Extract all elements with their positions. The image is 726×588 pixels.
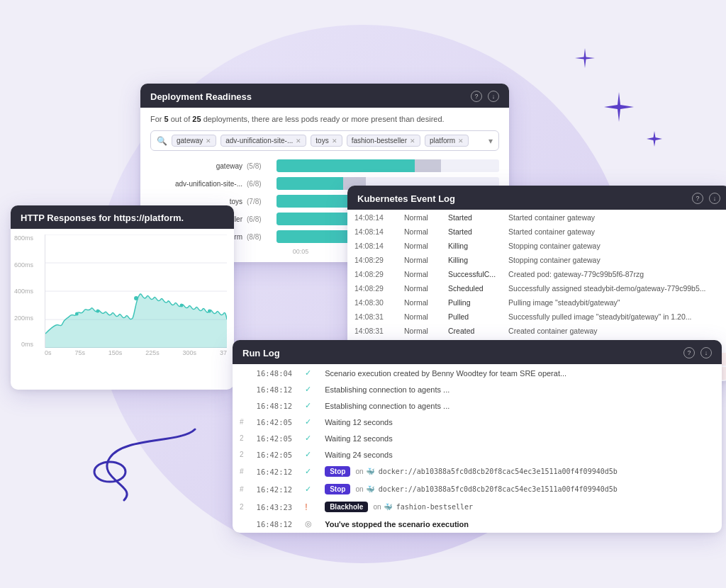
k8s-row: 14:08:29 Normal Scheduled Successfully a… bbox=[349, 282, 726, 295]
docker-ref-2: 🐳 docker://ab10388a5fc0d8cb20f8cac54ec3e… bbox=[366, 485, 618, 493]
x-label-300s: 300s bbox=[183, 349, 197, 356]
bar-count-platform: (8/8) bbox=[247, 233, 272, 241]
sparkle-icon-2 bbox=[604, 92, 634, 125]
runlog-row-stop-2: # 16:42:12 ✓ Stop on 🐳 docker://ab10388a… bbox=[234, 481, 720, 497]
k8s-msg: Pulling image "steadybit/gateway" bbox=[503, 296, 726, 309]
stop-badge-1: Stop bbox=[325, 466, 350, 477]
runlog-msg-2: Establishing connection to agents ... bbox=[319, 382, 720, 397]
deployment-card-title: Deployment Readiness bbox=[150, 91, 252, 102]
k8s-type: Normal bbox=[398, 282, 441, 295]
runlog-num-final bbox=[234, 516, 250, 531]
tag-toys-remove[interactable]: ✕ bbox=[332, 137, 337, 145]
k8s-row: 14:08:14 Normal Started Started containe… bbox=[349, 225, 726, 238]
tag-toys[interactable]: toys ✕ bbox=[311, 135, 342, 147]
runlog-help-icon[interactable]: ? bbox=[683, 347, 695, 358]
k8s-time: 14:08:30 bbox=[349, 296, 397, 309]
deployment-help-icon[interactable]: ? bbox=[471, 91, 482, 102]
http-card-title: HTTP Responses for https://platform. bbox=[21, 213, 184, 223]
runlog-time-final: 16:48:12 bbox=[251, 516, 298, 531]
runlog-check-6: ✓ bbox=[299, 447, 318, 462]
runlog-time-3: 16:48:12 bbox=[251, 398, 298, 413]
runlog-check-3: ✓ bbox=[299, 398, 318, 413]
x-label-150s: 150s bbox=[108, 349, 123, 356]
k8s-msg: Created pod: gateway-779c99b5f6-87rzg bbox=[503, 268, 726, 281]
runlog-num-4: # bbox=[234, 414, 250, 429]
svg-point-7 bbox=[96, 310, 99, 313]
bar-track-gateway bbox=[277, 159, 499, 172]
y-label-0: 0ms bbox=[11, 341, 36, 348]
k8s-time: 14:08:14 bbox=[349, 211, 397, 224]
runlog-check-stop-2: ✓ bbox=[299, 481, 318, 497]
tag-platform-remove[interactable]: ✕ bbox=[458, 137, 464, 145]
runlog-row-blackhole: 2 16:43:23 ! Blackhole on 🐳 fashion-best… bbox=[234, 499, 720, 515]
runlog-time-stop-1: 16:42:12 bbox=[251, 463, 298, 480]
k8s-time: 14:08:31 bbox=[349, 324, 397, 337]
http-x-labels: 0s 75s 150s 225s 300s 37 bbox=[45, 349, 227, 356]
runlog-download-icon[interactable]: ↓ bbox=[700, 347, 712, 358]
svg-point-5 bbox=[134, 296, 138, 300]
bar-row-gateway: gateway (5/8) bbox=[150, 159, 499, 172]
http-chart-inner bbox=[45, 234, 227, 348]
runlog-on-2: on bbox=[355, 485, 363, 493]
x-label-37: 37 bbox=[220, 349, 227, 356]
runlog-num-6: 2 bbox=[234, 447, 250, 462]
runlog-time-4: 16:42:05 bbox=[251, 414, 298, 429]
k8s-time: 14:08:29 bbox=[349, 268, 397, 281]
runlog-num-3 bbox=[234, 398, 250, 413]
k8s-reason: Started bbox=[442, 225, 501, 238]
k8s-row: 14:08:30 Normal Pulling Pulling image "s… bbox=[349, 296, 726, 309]
axis-label-1: 00:05 bbox=[272, 248, 329, 255]
bar-fill-teal-adv bbox=[277, 177, 343, 190]
k8s-type: Normal bbox=[398, 296, 441, 309]
run-log-card: Run Log ? ↓ 16:48:04 ✓ Scenario executio… bbox=[233, 340, 722, 533]
runlog-num-1 bbox=[234, 366, 250, 380]
k8s-download-icon[interactable]: ↓ bbox=[709, 193, 720, 204]
deployment-search-bar[interactable]: 🔍 gateway ✕ adv-unification-site-... ✕ t… bbox=[150, 130, 499, 151]
runlog-table: 16:48:04 ✓ Scenario execution created by… bbox=[233, 364, 722, 533]
svg-point-8 bbox=[180, 304, 184, 307]
svg-point-9 bbox=[208, 310, 211, 313]
http-card-header: HTTP Responses for https://platform. bbox=[11, 205, 234, 229]
tag-gateway-remove[interactable]: ✕ bbox=[206, 137, 211, 145]
y-label-400: 400ms bbox=[11, 288, 36, 295]
k8s-msg: Started container gateway bbox=[503, 211, 726, 224]
k8s-type: Normal bbox=[398, 310, 441, 323]
runlog-card-header-icons: ? ↓ bbox=[683, 347, 712, 358]
runlog-body: 16:48:04 ✓ Scenario execution created by… bbox=[233, 364, 722, 533]
deployment-card-header-icons: ? ↓ bbox=[471, 91, 499, 102]
k8s-row: 14:08:14 Normal Killing Stopping contain… bbox=[349, 239, 726, 252]
runlog-stop-icon-final: ◎ bbox=[299, 516, 318, 531]
svg-point-0 bbox=[94, 462, 125, 482]
x-label-75s: 75s bbox=[74, 349, 85, 356]
runlog-row-final: 16:48:12 ◎ You've stopped the scenario e… bbox=[234, 516, 720, 531]
deployment-subtitle: For 5 out of 25 deployments, there are l… bbox=[150, 115, 499, 123]
k8s-time: 14:08:29 bbox=[349, 282, 397, 295]
tag-gateway[interactable]: gateway ✕ bbox=[172, 135, 216, 147]
runlog-msg-stop-1: Stop on 🐳 docker://ab10388a5fc0d8cb20f8c… bbox=[319, 463, 720, 480]
bar-fill-gray-gateway bbox=[415, 159, 442, 172]
tag-fashion[interactable]: fashion-bestseller ✕ bbox=[347, 135, 420, 147]
k8s-help-icon[interactable]: ? bbox=[692, 193, 703, 204]
bar-count-gateway: (5/8) bbox=[247, 162, 272, 170]
search-dropdown-icon[interactable]: ▾ bbox=[488, 136, 493, 146]
k8s-reason: Pulling bbox=[442, 296, 501, 309]
runlog-time-blackhole: 16:43:23 bbox=[251, 499, 298, 515]
runlog-msg-stop-2: Stop on 🐳 docker://ab10388a5fc0d8cb20f8c… bbox=[319, 481, 720, 497]
deployment-download-icon[interactable]: ↓ bbox=[488, 91, 499, 102]
sparkle-icon-3 bbox=[647, 131, 662, 149]
bar-label-adv: adv-unification-site-... bbox=[150, 180, 242, 188]
runlog-check-4: ✓ bbox=[299, 414, 318, 429]
tag-adv[interactable]: adv-unification-site-... ✕ bbox=[220, 135, 306, 147]
decorative-line bbox=[82, 422, 209, 510]
k8s-msg: Created container gateway bbox=[503, 324, 726, 337]
k8s-reason: Pulled bbox=[442, 310, 501, 323]
tag-fashion-remove[interactable]: ✕ bbox=[410, 137, 415, 145]
runlog-time-stop-2: 16:42:12 bbox=[251, 481, 298, 497]
runlog-msg-3: Establishing connection to agents ... bbox=[319, 398, 720, 413]
k8s-row: 14:08:29 Normal SuccessfulC... Created p… bbox=[349, 268, 726, 281]
x-label-0s: 0s bbox=[45, 349, 52, 356]
k8s-time: 14:08:14 bbox=[349, 239, 397, 252]
tag-platform[interactable]: platform ✕ bbox=[425, 135, 469, 147]
runlog-msg-final: You've stopped the scenario execution bbox=[319, 516, 720, 531]
tag-adv-remove[interactable]: ✕ bbox=[296, 137, 301, 145]
